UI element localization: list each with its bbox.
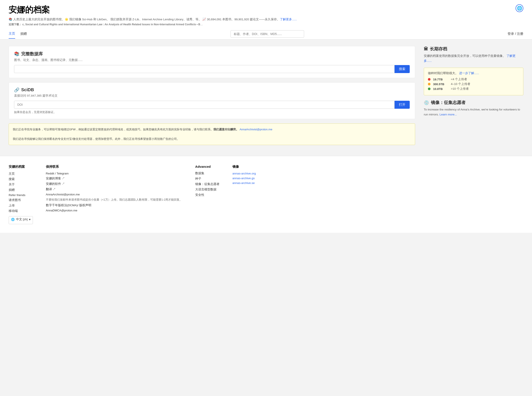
footer-link-dcma[interactable]: 数字千年版权法(DCMA)/ 版权声明 (46, 204, 182, 207)
yellow-text2: 我们还在寻找能够让我们保持匿名的专业支付宝/微信支付处理器，使用加密货币。此外，… (13, 137, 180, 140)
footer-link-mirrors-volunteer[interactable]: 镜像：征集志愿者 (195, 182, 220, 186)
seed-learn-more[interactable]: 进一步了解...... (459, 71, 479, 75)
yellow-bold: 我们愿意付出酬劳。 (213, 128, 239, 131)
full-db-icon: 📚 (14, 51, 19, 56)
dot-yellow-icon (428, 83, 430, 85)
footer-link-reddit[interactable]: Reddit / Telegram (46, 172, 182, 175)
footer-link-about[interactable]: 关于 (9, 183, 33, 186)
archive-section: 🏛 长期存档 安娜的档案使用的数据集完全开放，可以使用种子批量镜像。 了解更多.… (424, 46, 523, 64)
footer-link-upload[interactable]: 上传 (9, 204, 33, 208)
yellow-text1: 我们正在寻找专业服务，可以帮助可靠地绕过GFW，例如通过设置定期更改的代理和域名… (13, 128, 272, 131)
footer-link-blog[interactable]: 安娜的博客 ↗ (46, 177, 182, 181)
footer-mirror-org[interactable]: annas-archive.org (233, 172, 256, 175)
footer-link-search[interactable]: 搜索 (9, 177, 33, 181)
full-db-section: 📚 完整数据库 图书、论文、杂志、漫画、图书馆记录、元数据...... 搜索 (9, 46, 415, 78)
footer-col-mirrors: 镜像 annas-archive.org annas-archive.gs an… (233, 165, 256, 224)
recent-label: 近期下载： (9, 23, 22, 26)
globe-button[interactable]: 🌐 (515, 4, 523, 12)
footer-col-advanced: Advanced 数据集 种子 镜像：征集志愿者 大语言模型数据 安全性 (195, 165, 220, 224)
scidb-title: 🔗 SciDB (14, 87, 410, 93)
subtitle: 📚 人类历史上最大的完全开放的图书馆。🌟 我们镜像 Sci-Hub 和 LibG… (9, 17, 297, 22)
seed-intro: 做种对我们帮助很大。 进一步了解...... (428, 71, 519, 75)
archive-icon: 🏛 (424, 47, 428, 52)
full-db-search-button[interactable]: 搜索 (395, 65, 410, 73)
footer-link-software[interactable]: 安娜的软件 ↗ (46, 182, 182, 186)
full-db-search-input[interactable] (14, 65, 395, 73)
footer-link-refer[interactable]: Refer friends (9, 193, 33, 197)
footer-col1-heading: 安娜的档案 (9, 165, 33, 169)
site-title: 安娜的档案 (9, 4, 297, 15)
footer-link-home[interactable]: 主页 (9, 172, 33, 176)
yellow-notice-box: 我们正在寻找专业服务，可以帮助可靠地绕过GFW，例如通过设置定期更改的代理和域名… (9, 123, 415, 145)
footer-col-anna: 安娜的档案 主页 搜索 关于 捐赠 Refer friends 请求图书 上传 … (9, 165, 33, 224)
footer-col4-heading: 镜像 (233, 165, 256, 169)
nav-home[interactable]: 主页 (9, 29, 15, 39)
footer-col2-heading: 保持联系 (46, 165, 182, 169)
nav-left: 主页 捐赠 (9, 29, 27, 39)
main-content: 📚 完整数据库 图书、论文、杂志、漫画、图书馆记录、元数据...... 搜索 🔗… (0, 40, 532, 156)
full-db-search-row: 搜索 (14, 65, 410, 73)
footer-link-translate[interactable]: 翻译 ↗ (46, 187, 182, 191)
learn-more-link[interactable]: 了解更多...... (280, 18, 297, 21)
recent-download: 近期下载： c, Social and Cultural Rights and … (9, 23, 203, 26)
nav-donate[interactable]: 捐赠 (20, 29, 27, 39)
mirror-desc: To increase the resiliency of Anna's Arc… (424, 107, 523, 117)
footer: 安娜的档案 主页 搜索 关于 捐赠 Refer friends 请求图书 上传 … (0, 156, 532, 233)
full-db-desc: 图书、论文、杂志、漫画、图书馆记录、元数据...... (14, 58, 410, 62)
dot-red-icon (428, 78, 430, 81)
footer-col-contact: 保持联系 Reddit / Telegram 安娜的博客 ↗ 安娜的软件 ↗ 翻… (46, 165, 182, 224)
lang-globe-icon: 🌐 (11, 218, 15, 221)
scidb-desc: 直接访问 97,847,385 篇学术论文 (14, 94, 410, 98)
seed-row-0: 19.7TB <4 个上传者 (428, 77, 519, 81)
right-column: 🏛 长期存档 安娜的档案使用的数据集完全开放，可以使用种子批量镜像。 了解更多.… (424, 46, 523, 149)
full-db-title: 📚 完整数据库 (14, 51, 410, 57)
scidb-doi-input[interactable] (14, 101, 395, 109)
dot-green-icon (428, 87, 430, 90)
archive-title: 🏛 长期存档 (424, 46, 523, 52)
footer-link-llm[interactable]: 大语言模型数据 (195, 188, 220, 192)
scidb-section: 🔗 SciDB 直接访问 97,847,385 篇学术论文 打开 如果你是会员，… (9, 82, 415, 119)
yellow-email[interactable]: AnnaArchivist@proton.me (239, 128, 272, 131)
mirror-title: 💿 镜像：征集志愿者 (424, 100, 523, 105)
footer-link-donate[interactable]: 捐赠 (9, 188, 33, 192)
footer-link-email[interactable]: AnnaArchivist@proton.me (46, 193, 182, 196)
left-column: 📚 完整数据库 图书、论文、杂志、漫画、图书馆记录、元数据...... 搜索 🔗… (9, 46, 415, 149)
lang-select[interactable]: 🌐 中文 [zh] ▾ (9, 216, 33, 224)
scidb-icon: 🔗 (14, 87, 19, 93)
footer-link-request[interactable]: 请求图书 (9, 198, 33, 202)
nav-search-input[interactable] (231, 30, 304, 38)
seed-row-2: 10.8TB >10 个上传者 (428, 87, 519, 91)
recent-text: c, Social and Cultural Rights and Intern… (22, 23, 203, 26)
header-left: 安娜的档案 📚 人类历史上最大的完全开放的图书馆。🌟 我们镜像 Sci-Hub … (9, 4, 297, 29)
nav-search-area (27, 29, 508, 39)
mirror-learn-more[interactable]: Learn more... (440, 113, 457, 116)
footer-link-datasets[interactable]: 数据集 (195, 171, 220, 175)
mirror-icon: 💿 (424, 100, 429, 105)
footer-link-security[interactable]: 安全性 (195, 193, 220, 197)
mirror-section: 💿 镜像：征集志愿者 To increase the resiliency of… (424, 100, 523, 117)
lang-chevron-icon: ▾ (29, 218, 30, 221)
header: 安娜的档案 📚 人类历史上最大的完全开放的图书馆。🌟 我们镜像 Sci-Hub … (0, 0, 532, 40)
footer-link-mobile[interactable]: 移动端 (9, 209, 33, 213)
footer-col3-heading: Advanced (195, 165, 220, 168)
seed-row-1: 300.5TB 4–10 个上传者 (428, 82, 519, 86)
footer-link-dmca-email[interactable]: AnnaDMCA@proton.me (46, 209, 182, 212)
footer-link-seeds[interactable]: 种子 (195, 177, 220, 181)
footer-email-note: 不要给我们发邮件来请求图书或提供小批量（<1万）上传。我们志愿团队人数有限，可能… (46, 198, 182, 202)
scidb-member-note: 如果你是会员，无需浏览器验证。 (14, 111, 410, 114)
footer-columns: 安娜的档案 主页 搜索 关于 捐赠 Refer friends 请求图书 上传 … (9, 165, 523, 224)
scidb-doi-row: 打开 (14, 101, 410, 109)
footer-mirror-se[interactable]: annas-archive.se (233, 181, 256, 185)
scidb-open-button[interactable]: 打开 (395, 101, 410, 109)
footer-mirror-gs[interactable]: annas-archive.gs (233, 177, 256, 180)
seed-box: 做种对我们帮助很大。 进一步了解...... 19.7TB <4 个上传者 30… (424, 68, 523, 95)
archive-desc: 安娜的档案使用的数据集完全开放，可以使用种子批量镜像。 了解更多...... (424, 54, 523, 64)
lang-label: 中文 [zh] (16, 217, 28, 221)
nav-bar: 主页 捐赠 登录 / 注册 (9, 29, 523, 39)
nav-login[interactable]: 登录 / 注册 (508, 32, 523, 36)
